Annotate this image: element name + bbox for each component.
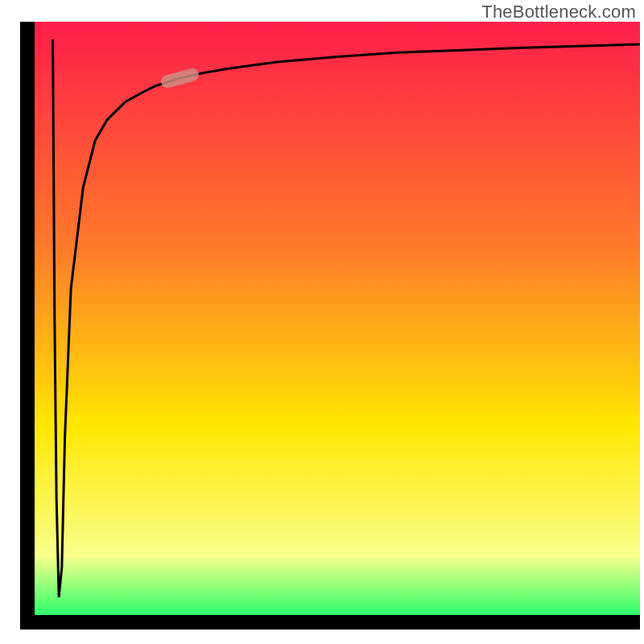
- axis-bottom-bar: [20, 615, 640, 630]
- bottleneck-chart: [0, 0, 644, 644]
- plot-background: [35, 22, 640, 615]
- axis-left-bar: [20, 22, 35, 630]
